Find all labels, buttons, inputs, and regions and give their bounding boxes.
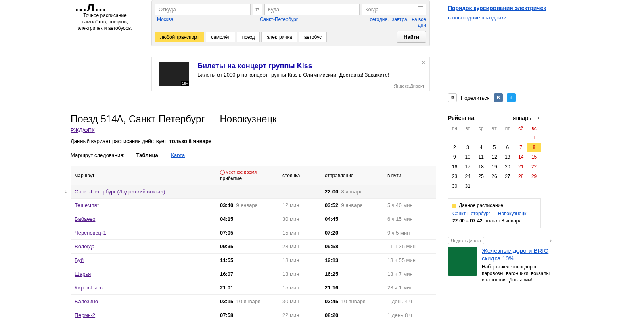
- calendar-day[interactable]: 22: [527, 162, 541, 172]
- station-link[interactable]: Санкт-Петербург (Ладожский вокзал): [75, 189, 165, 195]
- calendar-day[interactable]: 8: [527, 143, 541, 152]
- calendar-day[interactable]: 11: [475, 152, 488, 162]
- station-link[interactable]: Тешемля: [75, 202, 97, 208]
- route-label: Маршрут следования:: [71, 152, 125, 158]
- search-panel: Откуда ⇄ Куда Когда Москва Санкт-Петербу…: [151, 0, 430, 46]
- carrier-link[interactable]: РЖД/ФПК: [71, 127, 95, 133]
- table-row: Вологда-109:3523 мин09:5811 ч 35 мин: [71, 240, 436, 254]
- ad-image[interactable]: 18+: [159, 62, 189, 86]
- station-link[interactable]: Балезино: [75, 298, 98, 304]
- calendar-icon: [418, 6, 423, 12]
- side-ad-close-icon[interactable]: ×: [550, 238, 553, 244]
- transport-any[interactable]: любой транспорт: [155, 32, 204, 42]
- calendar-day[interactable]: 17: [461, 162, 475, 172]
- travel-duration: 11 ч 35 мин: [387, 243, 416, 250]
- swap-button[interactable]: ⇄: [253, 4, 262, 15]
- calendar-day[interactable]: 27: [501, 172, 514, 181]
- side-ad-image[interactable]: [448, 247, 477, 276]
- calendar-day[interactable]: 31: [461, 181, 475, 191]
- arrival-time: 21:01: [220, 285, 233, 291]
- table-row: Бабаево04:1530 мин04:456 ч 15 мин: [71, 212, 436, 226]
- calendar-day[interactable]: 5: [488, 143, 501, 152]
- station-link[interactable]: Череповец-1: [75, 230, 106, 236]
- hint-all-days[interactable]: на все дни: [412, 17, 426, 28]
- calendar-day[interactable]: 29: [527, 172, 541, 181]
- side-ad-label[interactable]: Яндекс.Директ: [448, 237, 484, 244]
- calendar-day[interactable]: 10: [461, 152, 475, 162]
- tab-map[interactable]: Карта: [171, 152, 185, 158]
- calendar-day[interactable]: 1: [527, 133, 541, 143]
- calendar-next-icon[interactable]: →: [534, 114, 541, 121]
- when-input[interactable]: Когда: [362, 4, 426, 15]
- calendar-day[interactable]: 18: [475, 162, 488, 172]
- transport-suburban[interactable]: электричка: [261, 32, 297, 42]
- down-arrow-icon: ↓: [65, 189, 67, 194]
- ad-title[interactable]: Билеты на концерт группы Kiss: [197, 62, 389, 70]
- table-row: Пермь-207:5822 мин08:201 день 8 ч: [71, 308, 436, 322]
- calendar-day[interactable]: 30: [448, 181, 461, 191]
- departure-time: 12:13: [325, 257, 338, 263]
- hint-today[interactable]: сегодня: [370, 17, 387, 22]
- station-link[interactable]: Вологда-1: [75, 243, 99, 250]
- station-link[interactable]: Пермь-2: [75, 312, 95, 318]
- to-input[interactable]: Куда: [264, 4, 360, 15]
- hint-from[interactable]: Москва: [157, 17, 174, 22]
- calendar-day[interactable]: 14: [514, 152, 527, 162]
- find-button[interactable]: Найти: [397, 31, 426, 43]
- vk-icon[interactable]: B: [494, 93, 503, 102]
- calendar-day[interactable]: 7: [514, 143, 527, 152]
- station-link[interactable]: Шарья: [75, 271, 91, 277]
- calendar-day[interactable]: 28: [514, 172, 527, 181]
- calendar-day[interactable]: 24: [461, 172, 475, 181]
- col-departure: отправление: [321, 166, 383, 185]
- calendar-day[interactable]: 20: [501, 162, 514, 172]
- calendar-title: Рейсы на: [448, 115, 474, 121]
- calendar-widget: Рейсы на январь → пнвтсрчтптсбвс12345678…: [448, 114, 541, 191]
- stop-duration: 18 мин: [282, 271, 299, 277]
- calendar-day[interactable]: 13: [501, 152, 514, 162]
- from-input[interactable]: Откуда: [155, 4, 251, 15]
- transport-train[interactable]: поезд: [237, 32, 260, 42]
- holiday-sub-link[interactable]: в новогодние праздники: [448, 15, 609, 21]
- print-icon[interactable]: 🖶: [448, 93, 457, 102]
- hint-tomorrow[interactable]: завтра: [392, 17, 407, 22]
- ad-provider-link[interactable]: Яндекс.Директ: [394, 84, 424, 88]
- calendar-day[interactable]: 9: [448, 152, 461, 162]
- hint-to[interactable]: Санкт-Петербург: [260, 17, 298, 22]
- calendar-day[interactable]: 4: [475, 143, 488, 152]
- station-link[interactable]: Киров-Пасс.: [75, 285, 105, 291]
- calendar-day[interactable]: 23: [448, 172, 461, 181]
- table-row: ↓Санкт-Петербург (Ладожский вокзал)22:00…: [71, 185, 436, 199]
- schedule-route-link[interactable]: Санкт-Петербург — Новокузнецк: [452, 211, 536, 216]
- calendar-day[interactable]: 26: [488, 172, 501, 181]
- schedule-info-box: Данное расписание Санкт-Петербург — Ново…: [448, 198, 541, 228]
- table-row: Череповец-107:0515 мин07:209 ч 5 мин: [71, 226, 436, 240]
- calendar-day[interactable]: 16: [448, 162, 461, 172]
- calendar-day[interactable]: 2: [448, 143, 461, 152]
- calendar-day[interactable]: 15: [527, 152, 541, 162]
- table-row: Шарья16:0718 мин16:2518 ч 7 мин: [71, 267, 436, 281]
- stop-duration: 15 мин: [282, 285, 299, 291]
- transport-bus[interactable]: автобус: [299, 32, 327, 42]
- calendar-dow: вс: [527, 124, 541, 133]
- ad-close-icon[interactable]: ×: [422, 59, 425, 66]
- calendar-day[interactable]: 21: [514, 162, 527, 172]
- calendar-day[interactable]: 3: [461, 143, 475, 152]
- holiday-link[interactable]: Порядок курсирования электричек: [448, 4, 609, 12]
- calendar-day[interactable]: 12: [488, 152, 501, 162]
- page-title: Поезд 514А, Санкт-Петербург — Новокузнец…: [71, 113, 436, 125]
- side-ad-title[interactable]: Железные дороги BRIO скидка 10%: [482, 247, 553, 262]
- arrival-time: 03:40: [220, 202, 233, 208]
- station-link[interactable]: Буй: [75, 257, 84, 263]
- arrival-time: 07:05: [220, 230, 233, 236]
- departure-date: , 10 января: [338, 298, 366, 304]
- calendar-day[interactable]: 25: [475, 172, 488, 181]
- transport-plane[interactable]: самолёт: [206, 32, 235, 42]
- arrival-time: 09:35: [220, 243, 233, 250]
- station-link[interactable]: Бабаево: [75, 216, 95, 222]
- tab-table[interactable]: Таблица: [136, 152, 158, 158]
- col-arrival: местное время прибытие: [216, 166, 278, 185]
- calendar-day[interactable]: 6: [501, 143, 514, 152]
- calendar-day[interactable]: 19: [488, 162, 501, 172]
- twitter-icon[interactable]: t: [507, 93, 516, 102]
